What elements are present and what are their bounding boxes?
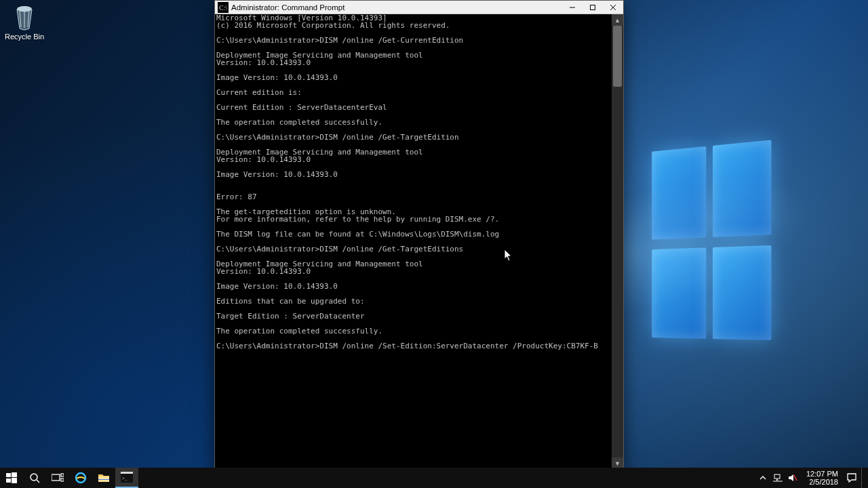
svg-rect-20 [121, 472, 133, 474]
window-title: Administrator: Command Prompt [231, 3, 562, 12]
svg-point-11 [31, 474, 37, 481]
chevron-up-icon [760, 474, 766, 481]
vertical-scrollbar[interactable]: ▲ ▼ [612, 14, 623, 469]
clock-date: 2/5/2018 [806, 478, 838, 486]
recycle-bin-icon [13, 4, 36, 31]
svg-rect-13 [52, 474, 60, 481]
svg-rect-10 [12, 478, 17, 483]
svg-text:>_: >_ [122, 476, 127, 481]
console-output[interactable]: Microsoft Windows [Version 10.0.14393] (… [215, 14, 612, 469]
cmd-taskbar-icon: >_ [121, 472, 133, 483]
close-button[interactable] [603, 1, 623, 14]
system-tray[interactable]: 12:07 PM 2/5/2018 [755, 468, 868, 488]
svg-rect-18 [98, 479, 109, 480]
taskbar-app-explorer[interactable] [92, 468, 115, 488]
svg-rect-15 [61, 479, 64, 481]
windows-logo-icon [6, 472, 17, 483]
tray-overflow-button[interactable] [757, 472, 768, 483]
search-button[interactable] [23, 468, 46, 488]
svg-text:C:\: C:\ [219, 4, 227, 12]
action-center-button[interactable] [846, 472, 857, 483]
taskbar-spacer [138, 468, 755, 488]
maximize-button[interactable] [583, 1, 603, 14]
taskbar[interactable]: >_ 12:07 PM 2/5/2018 [0, 468, 868, 488]
svg-line-25 [794, 475, 797, 481]
cmd-icon: C:\ [218, 2, 229, 13]
taskbar-app-cmd[interactable]: >_ [115, 468, 138, 488]
svg-rect-8 [12, 472, 17, 477]
show-desktop-button[interactable] [861, 468, 865, 488]
svg-rect-7 [6, 473, 11, 477]
file-explorer-icon [98, 472, 110, 483]
titlebar[interactable]: C:\ Administrator: Command Prompt [215, 1, 623, 14]
svg-rect-22 [774, 474, 780, 479]
minimize-button[interactable] [562, 1, 583, 14]
desktop-icon-recycle-bin[interactable]: Recycle Bin [4, 4, 45, 41]
clock-time: 12:07 PM [806, 470, 838, 478]
network-icon [773, 474, 783, 482]
svg-rect-23 [776, 479, 778, 481]
tray-volume-icon[interactable] [787, 472, 798, 483]
svg-line-12 [37, 480, 39, 483]
speaker-icon [788, 474, 797, 482]
desktop[interactable]: Recycle Bin C:\ Administrator: Command P… [0, 0, 868, 488]
taskbar-clock[interactable]: 12:07 PM 2/5/2018 [802, 470, 842, 486]
svg-rect-9 [6, 479, 11, 483]
desktop-icon-label: Recycle Bin [4, 33, 45, 41]
task-view-button[interactable] [46, 468, 69, 488]
taskbar-app-ie[interactable] [69, 468, 92, 488]
scroll-up-arrow-icon[interactable]: ▲ [612, 14, 623, 26]
window-command-prompt[interactable]: C:\ Administrator: Command Prompt Micros… [214, 0, 624, 470]
wallpaper-windows-logo [652, 140, 777, 348]
svg-rect-4 [591, 5, 595, 9]
start-button[interactable] [0, 468, 23, 488]
scroll-track[interactable] [612, 26, 623, 458]
notifications-icon [847, 473, 856, 483]
internet-explorer-icon [75, 472, 87, 484]
search-icon [29, 472, 40, 483]
svg-rect-14 [61, 474, 64, 476]
tray-network-icon[interactable] [772, 472, 783, 483]
scroll-thumb[interactable] [613, 26, 622, 87]
task-view-icon [52, 473, 64, 483]
